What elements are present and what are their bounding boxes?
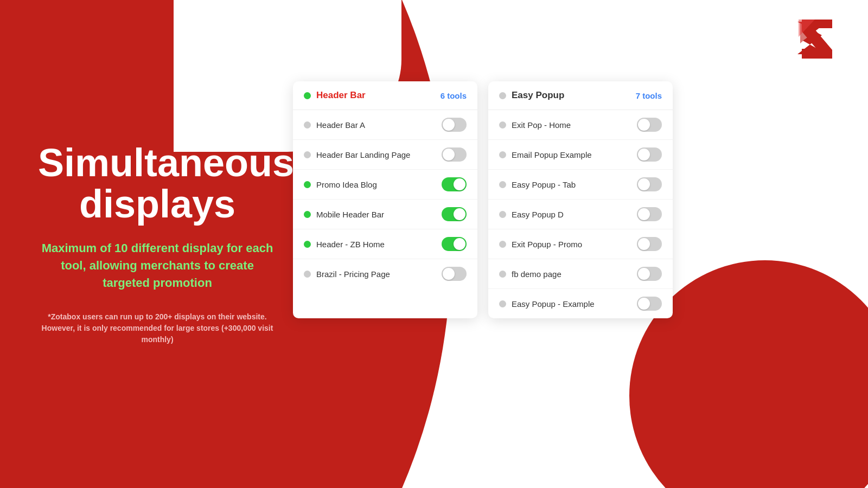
panel-left-row-4: Mobile Header Bar xyxy=(293,200,477,229)
panel-right-row-5-left: Exit Popup - Promo xyxy=(499,240,582,249)
panel-left-row-4-label: Mobile Header Bar xyxy=(316,210,384,219)
panel-left-row-4-dot xyxy=(304,211,311,218)
panel-left-row-3-dot xyxy=(304,181,311,188)
subtitle: Maximum of 10 different display for each… xyxy=(38,240,277,292)
panel-right-row-6-toggle-knob xyxy=(638,268,650,280)
panel-right-row-2-label: Email Popup Example xyxy=(512,150,592,159)
panel-right-row-7-left: Easy Popup - Example xyxy=(499,299,595,309)
panel-right-row-4-label: Easy Popup D xyxy=(512,210,564,219)
panel-easy-popup-left: Easy Popup xyxy=(499,90,564,101)
panel-left-row-3: Promo Idea Blog xyxy=(293,170,477,200)
panel-right-row-5-toggle[interactable] xyxy=(637,237,662,251)
panel-left-row-2-dot xyxy=(304,151,311,158)
panel-left-row-1-left: Header Bar A xyxy=(304,120,365,130)
main-title: Simultaneous displays xyxy=(38,143,277,224)
panel-right-row-6-dot xyxy=(499,271,506,278)
panel-right-row-2-left: Email Popup Example xyxy=(499,150,592,159)
panel-left-row-4-toggle-knob xyxy=(454,208,465,220)
panel-right-row-7: Easy Popup - Example xyxy=(488,289,673,318)
panel-right-row-1: Exit Pop - Home xyxy=(488,110,673,140)
panel-right-row-3-toggle-knob xyxy=(638,178,650,190)
panel-left-row-6-label: Brazil - Pricing Page xyxy=(316,269,390,279)
panel-left-row-2: Header Bar Landing Page xyxy=(293,140,477,170)
panel-left-row-5-left: Header - ZB Home xyxy=(304,240,385,249)
panel-right-row-2-toggle-knob xyxy=(638,149,650,160)
panel-right-row-2: Email Popup Example xyxy=(488,140,673,170)
panel-left-row-4-left: Mobile Header Bar xyxy=(304,210,384,219)
panel-left-row-5-dot xyxy=(304,241,311,248)
panel-header-bar-header: Header Bar 6 tools xyxy=(293,81,477,110)
panel-left-row-2-toggle[interactable] xyxy=(442,147,467,162)
panel-right-row-1-toggle[interactable] xyxy=(637,118,662,132)
panel-left-row-5-toggle-knob xyxy=(454,238,465,250)
panel-left-row-5: Header - ZB Home xyxy=(293,229,477,259)
panel-right-row-6-toggle[interactable] xyxy=(637,267,662,281)
left-content: Simultaneous displays Maximum of 10 diff… xyxy=(0,0,304,488)
panel-right-row-1-left: Exit Pop - Home xyxy=(499,120,571,130)
panel-right-row-6-label: fb demo page xyxy=(512,269,561,279)
panel-right-row-7-toggle[interactable] xyxy=(637,297,662,311)
panel-header-bar-title: Header Bar xyxy=(316,90,366,101)
panel-right-row-5-dot xyxy=(499,241,506,248)
panel-left-row-3-label: Promo Idea Blog xyxy=(316,180,377,189)
panel-right-row-3-toggle[interactable] xyxy=(637,177,662,191)
panel-easy-popup-header: Easy Popup 7 tools xyxy=(488,81,673,110)
panel-left-row-2-left: Header Bar Landing Page xyxy=(304,150,410,159)
panel-right-row-5: Exit Popup - Promo xyxy=(488,229,673,259)
panel-right-row-1-label: Exit Pop - Home xyxy=(512,120,571,130)
footnote: *Zotabox users can run up to 200+ displa… xyxy=(38,311,277,345)
panel-header-bar-tools-count: 6 tools xyxy=(441,91,467,100)
panel-left-row-6-toggle[interactable] xyxy=(442,267,467,281)
zotabox-logo xyxy=(793,15,841,65)
panel-right-row-1-dot xyxy=(499,121,506,129)
panel-easy-popup-title: Easy Popup xyxy=(512,90,564,101)
panel-left-row-3-toggle-knob xyxy=(454,178,465,190)
panel-right-row-3-label: Easy Popup - Tab xyxy=(512,180,576,189)
panel-header-bar-status-dot xyxy=(304,92,311,99)
panel-easy-popup-status-dot xyxy=(499,92,506,99)
panel-left-row-2-label: Header Bar Landing Page xyxy=(316,150,410,159)
panel-left-row-5-toggle[interactable] xyxy=(442,237,467,251)
panel-easy-popup-tools-count: 7 tools xyxy=(636,91,662,100)
panels-container: Header Bar 6 tools Header Bar A Header B… xyxy=(293,81,673,318)
panel-left-row-1-dot xyxy=(304,121,311,129)
panel-left-row-5-label: Header - ZB Home xyxy=(316,240,385,249)
panel-left-row-1: Header Bar A xyxy=(293,110,477,140)
panel-right-row-4-toggle-knob xyxy=(638,208,650,220)
panel-right-row-3-dot xyxy=(499,181,506,188)
panel-right-row-7-toggle-knob xyxy=(638,298,650,310)
panel-right-row-5-toggle-knob xyxy=(638,238,650,250)
panel-left-row-6-dot xyxy=(304,271,311,278)
panel-header-bar-left: Header Bar xyxy=(304,90,366,101)
panel-left-row-6: Brazil - Pricing Page xyxy=(293,259,477,288)
panel-right-row-4: Easy Popup D xyxy=(488,200,673,229)
panel-right-row-4-left: Easy Popup D xyxy=(499,210,564,219)
panel-left-row-4-toggle[interactable] xyxy=(442,207,467,221)
panel-left-row-6-left: Brazil - Pricing Page xyxy=(304,269,390,279)
panel-right-row-3-left: Easy Popup - Tab xyxy=(499,180,576,189)
panel-right-row-6: fb demo page xyxy=(488,259,673,289)
panel-right-row-7-label: Easy Popup - Example xyxy=(512,299,595,309)
panel-right-row-3: Easy Popup - Tab xyxy=(488,170,673,200)
panel-left-row-1-toggle-knob xyxy=(443,119,455,131)
panel-left-row-1-label: Header Bar A xyxy=(316,120,365,130)
panel-left-row-3-toggle[interactable] xyxy=(442,177,467,191)
panel-right-row-6-left: fb demo page xyxy=(499,269,561,279)
panel-right-row-4-toggle[interactable] xyxy=(637,207,662,221)
panel-right-row-5-label: Exit Popup - Promo xyxy=(512,240,582,249)
panel-left-row-2-toggle-knob xyxy=(443,149,455,160)
panel-right-row-7-dot xyxy=(499,300,506,307)
panel-header-bar: Header Bar 6 tools Header Bar A Header B… xyxy=(293,81,477,318)
panel-right-row-2-dot xyxy=(499,151,506,158)
panel-right-row-4-dot xyxy=(499,211,506,218)
panel-right-row-2-toggle[interactable] xyxy=(637,147,662,162)
panel-easy-popup: Easy Popup 7 tools Exit Pop - Home Email… xyxy=(488,81,673,318)
panel-left-row-1-toggle[interactable] xyxy=(442,118,467,132)
panel-left-row-3-left: Promo Idea Blog xyxy=(304,180,377,189)
panel-right-row-1-toggle-knob xyxy=(638,119,650,131)
panel-left-row-6-toggle-knob xyxy=(443,268,455,280)
